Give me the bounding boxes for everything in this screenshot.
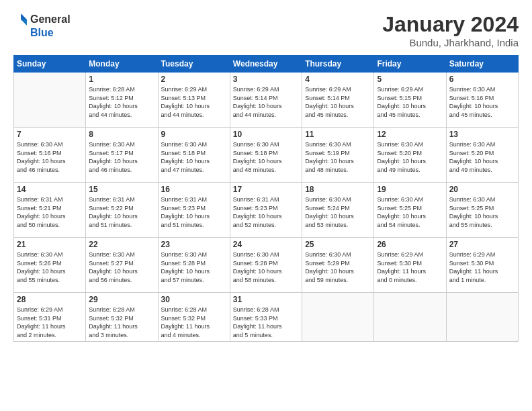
calendar-week-1: 1Sunrise: 6:28 AM Sunset: 5:12 PM Daylig… (14, 73, 519, 128)
header: General Blue January 2024 Bundu, Jharkha… (13, 12, 519, 48)
calendar-cell-w2-d5: 11Sunrise: 6:30 AM Sunset: 5:19 PM Dayli… (302, 128, 374, 183)
calendar-week-2: 7Sunrise: 6:30 AM Sunset: 5:16 PM Daylig… (14, 128, 519, 183)
calendar-cell-w4-d5: 25Sunrise: 6:30 AM Sunset: 5:29 PM Dayli… (302, 238, 374, 293)
day-number: 26 (377, 240, 443, 249)
day-info: Sunrise: 6:28 AM Sunset: 5:32 PM Dayligh… (161, 306, 227, 339)
calendar-cell-w1-d3: 2Sunrise: 6:29 AM Sunset: 5:13 PM Daylig… (158, 73, 230, 128)
col-saturday: Saturday (446, 56, 518, 73)
day-info: Sunrise: 6:31 AM Sunset: 5:23 PM Dayligh… (233, 195, 299, 229)
day-number: 15 (89, 185, 154, 194)
calendar-cell-w3-d4: 17Sunrise: 6:31 AM Sunset: 5:23 PM Dayli… (230, 183, 302, 238)
calendar-cell-w1-d5: 4Sunrise: 6:29 AM Sunset: 5:14 PM Daylig… (302, 73, 374, 128)
day-info: Sunrise: 6:30 AM Sunset: 5:29 PM Dayligh… (305, 250, 371, 284)
calendar-cell-w5-d1: 28Sunrise: 6:29 AM Sunset: 5:31 PM Dayli… (14, 293, 86, 342)
day-number: 28 (17, 295, 83, 304)
day-info: Sunrise: 6:30 AM Sunset: 5:16 PM Dayligh… (17, 140, 83, 174)
calendar-cell-w3-d5: 18Sunrise: 6:30 AM Sunset: 5:24 PM Dayli… (302, 183, 374, 238)
day-number: 16 (161, 185, 227, 194)
col-sunday: Sunday (14, 56, 86, 73)
day-info: Sunrise: 6:30 AM Sunset: 5:25 PM Dayligh… (377, 195, 443, 229)
day-info: Sunrise: 6:29 AM Sunset: 5:31 PM Dayligh… (17, 306, 83, 339)
day-number: 3 (233, 75, 299, 84)
day-number: 27 (449, 240, 515, 249)
col-wednesday: Wednesday (230, 56, 302, 73)
day-info: Sunrise: 6:31 AM Sunset: 5:21 PM Dayligh… (17, 195, 83, 229)
calendar-cell-w1-d1 (14, 73, 86, 128)
col-friday: Friday (374, 56, 446, 73)
day-info: Sunrise: 6:30 AM Sunset: 5:17 PM Dayligh… (89, 140, 154, 174)
day-info: Sunrise: 6:31 AM Sunset: 5:23 PM Dayligh… (161, 195, 227, 229)
calendar-cell-w5-d5 (302, 293, 374, 342)
day-number: 21 (17, 240, 83, 249)
day-number: 22 (89, 240, 154, 249)
calendar-cell-w3-d6: 19Sunrise: 6:30 AM Sunset: 5:25 PM Dayli… (374, 183, 446, 238)
calendar-cell-w2-d1: 7Sunrise: 6:30 AM Sunset: 5:16 PM Daylig… (14, 128, 86, 183)
col-tuesday: Tuesday (158, 56, 230, 73)
day-info: Sunrise: 6:29 AM Sunset: 5:30 PM Dayligh… (377, 250, 443, 284)
day-info: Sunrise: 6:30 AM Sunset: 5:28 PM Dayligh… (233, 250, 299, 284)
day-info: Sunrise: 6:30 AM Sunset: 5:16 PM Dayligh… (449, 85, 515, 119)
day-number: 9 (161, 130, 227, 139)
calendar-week-5: 28Sunrise: 6:29 AM Sunset: 5:31 PM Dayli… (14, 293, 519, 342)
day-info: Sunrise: 6:30 AM Sunset: 5:19 PM Dayligh… (305, 140, 371, 174)
calendar-cell-w3-d2: 15Sunrise: 6:31 AM Sunset: 5:22 PM Dayli… (86, 183, 158, 238)
day-number: 20 (449, 185, 515, 194)
day-number: 29 (89, 295, 154, 304)
day-info: Sunrise: 6:30 AM Sunset: 5:18 PM Dayligh… (161, 140, 227, 174)
svg-marker-1 (21, 19, 27, 26)
day-number: 14 (17, 185, 83, 194)
day-number: 19 (377, 185, 443, 194)
calendar-cell-w3-d7: 20Sunrise: 6:30 AM Sunset: 5:25 PM Dayli… (446, 183, 518, 238)
day-info: Sunrise: 6:30 AM Sunset: 5:25 PM Dayligh… (449, 195, 515, 229)
day-number: 18 (305, 185, 371, 194)
day-number: 30 (161, 295, 227, 304)
calendar-cell-w4-d1: 21Sunrise: 6:30 AM Sunset: 5:26 PM Dayli… (14, 238, 86, 293)
calendar-cell-w1-d2: 1Sunrise: 6:28 AM Sunset: 5:12 PM Daylig… (86, 73, 158, 128)
day-info: Sunrise: 6:30 AM Sunset: 5:28 PM Dayligh… (161, 250, 227, 284)
calendar-cell-w3-d1: 14Sunrise: 6:31 AM Sunset: 5:21 PM Dayli… (14, 183, 86, 238)
logo: General Blue (13, 12, 71, 39)
day-number: 24 (233, 240, 299, 249)
day-number: 5 (377, 75, 443, 84)
calendar-cell-w5-d7 (446, 293, 518, 342)
day-number: 11 (305, 130, 371, 139)
day-info: Sunrise: 6:30 AM Sunset: 5:20 PM Dayligh… (449, 140, 515, 174)
title-block: January 2024 Bundu, Jharkhand, India (382, 12, 519, 48)
day-info: Sunrise: 6:30 AM Sunset: 5:26 PM Dayligh… (17, 250, 83, 284)
calendar-cell-w5-d2: 29Sunrise: 6:28 AM Sunset: 5:32 PM Dayli… (86, 293, 158, 342)
calendar-cell-w5-d3: 30Sunrise: 6:28 AM Sunset: 5:32 PM Dayli… (158, 293, 230, 342)
calendar-cell-w3-d3: 16Sunrise: 6:31 AM Sunset: 5:23 PM Dayli… (158, 183, 230, 238)
day-info: Sunrise: 6:28 AM Sunset: 5:32 PM Dayligh… (89, 306, 154, 339)
calendar-cell-w4-d3: 23Sunrise: 6:30 AM Sunset: 5:28 PM Dayli… (158, 238, 230, 293)
calendar-week-3: 14Sunrise: 6:31 AM Sunset: 5:21 PM Dayli… (14, 183, 519, 238)
day-number: 13 (449, 130, 515, 139)
day-number: 6 (449, 75, 515, 84)
col-thursday: Thursday (302, 56, 374, 73)
calendar-cell-w5-d6 (374, 293, 446, 342)
calendar-table: Sunday Monday Tuesday Wednesday Thursday… (13, 55, 519, 342)
calendar-header-row: Sunday Monday Tuesday Wednesday Thursday… (14, 56, 519, 73)
day-number: 10 (233, 130, 299, 139)
day-number: 12 (377, 130, 443, 139)
calendar-week-4: 21Sunrise: 6:30 AM Sunset: 5:26 PM Dayli… (14, 238, 519, 293)
page: General Blue January 2024 Bundu, Jharkha… (0, 0, 532, 411)
day-info: Sunrise: 6:30 AM Sunset: 5:27 PM Dayligh… (89, 250, 154, 284)
day-info: Sunrise: 6:29 AM Sunset: 5:14 PM Dayligh… (305, 85, 371, 119)
svg-marker-0 (21, 13, 27, 19)
calendar-cell-w4-d4: 24Sunrise: 6:30 AM Sunset: 5:28 PM Dayli… (230, 238, 302, 293)
day-number: 7 (17, 130, 83, 139)
calendar-cell-w2-d4: 10Sunrise: 6:30 AM Sunset: 5:18 PM Dayli… (230, 128, 302, 183)
calendar-cell-w4-d7: 27Sunrise: 6:29 AM Sunset: 5:30 PM Dayli… (446, 238, 518, 293)
day-number: 25 (305, 240, 371, 249)
calendar-cell-w4-d2: 22Sunrise: 6:30 AM Sunset: 5:27 PM Dayli… (86, 238, 158, 293)
calendar-cell-w2-d6: 12Sunrise: 6:30 AM Sunset: 5:20 PM Dayli… (374, 128, 446, 183)
day-number: 4 (305, 75, 371, 84)
calendar-cell-w2-d7: 13Sunrise: 6:30 AM Sunset: 5:20 PM Dayli… (446, 128, 518, 183)
day-info: Sunrise: 6:30 AM Sunset: 5:20 PM Dayligh… (377, 140, 443, 174)
calendar-cell-w5-d4: 31Sunrise: 6:28 AM Sunset: 5:33 PM Dayli… (230, 293, 302, 342)
day-number: 2 (161, 75, 227, 84)
day-info: Sunrise: 6:28 AM Sunset: 5:12 PM Dayligh… (89, 85, 154, 119)
day-info: Sunrise: 6:29 AM Sunset: 5:15 PM Dayligh… (377, 85, 443, 119)
day-info: Sunrise: 6:30 AM Sunset: 5:18 PM Dayligh… (233, 140, 299, 174)
day-info: Sunrise: 6:31 AM Sunset: 5:22 PM Dayligh… (89, 195, 154, 229)
